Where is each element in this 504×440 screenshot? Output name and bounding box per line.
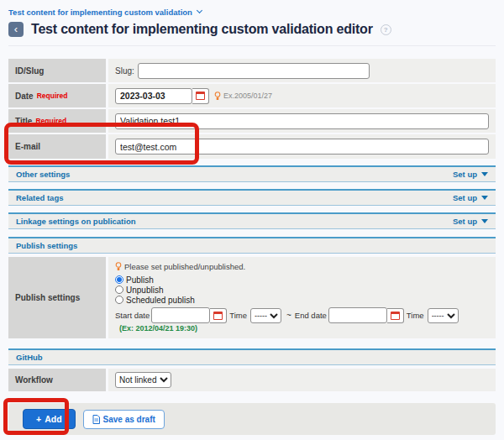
footer-action-bar: + Add Save as draft (8, 403, 496, 435)
end-time-select[interactable]: ----- (428, 308, 459, 323)
start-date-label: Start date (115, 311, 150, 320)
lightbulb-icon (214, 92, 221, 101)
required-badge: Required (35, 117, 66, 125)
publish-radio-input[interactable] (115, 275, 123, 284)
title-row: Title Required (8, 109, 496, 133)
publish-settings-label: Publish settings (8, 257, 106, 338)
page-title: Test content for implementing custom val… (31, 22, 373, 37)
workflow-field-cell: Not linked (108, 369, 496, 391)
chevron-down-icon[interactable] (197, 8, 202, 13)
add-button[interactable]: + Add (23, 409, 76, 429)
setup-toggle[interactable]: Set up (453, 193, 488, 202)
setup-toggle[interactable]: Set up (453, 217, 488, 226)
email-label: E-mail (8, 134, 106, 159)
publish-settings-cell: Please set published/unpublished. Publis… (108, 257, 496, 338)
setup-toggle[interactable]: Set up (453, 170, 488, 179)
scheduled-publish-radio-input[interactable] (115, 296, 123, 304)
start-time-select[interactable]: ----- (250, 308, 281, 323)
end-date-calendar-button[interactable] (387, 308, 404, 323)
breadcrumb-link[interactable]: Test content for implementing custom val… (8, 8, 192, 17)
start-time-label: Time (229, 311, 247, 320)
end-date-input[interactable] (328, 307, 387, 323)
section-publish-settings-heading: Publish settings (8, 237, 496, 254)
email-input[interactable] (115, 139, 489, 155)
date-input[interactable] (115, 88, 192, 104)
document-icon (92, 415, 100, 424)
caret-down-icon (481, 196, 488, 200)
lightbulb-icon (115, 262, 122, 271)
caret-down-icon (481, 219, 488, 223)
slug-input[interactable] (138, 63, 370, 79)
date-example-text: Ex.2005/01/27 (223, 92, 272, 100)
title-input[interactable] (115, 113, 489, 129)
workflow-select[interactable]: Not linked (115, 372, 171, 388)
plus-icon: + (36, 414, 41, 424)
date-row: Date Required Ex.2005/01/27 (8, 84, 496, 107)
title-field-cell (108, 109, 496, 133)
radio-publish[interactable]: Publish (115, 275, 489, 285)
date-label: Date Required (8, 84, 106, 107)
section-github-heading: GitHub (8, 348, 496, 365)
schedule-controls: Start date Time ----- ~ End date Time --… (115, 307, 489, 333)
end-date-label: End date (295, 311, 327, 320)
schedule-example-text: (Ex: 2012/04/21 19:30) (119, 324, 489, 333)
title-label: Title Required (8, 109, 106, 133)
range-separator: ~ (286, 311, 291, 320)
slug-field-cell: Slug: (108, 59, 496, 82)
entry-editor-screen: Test content for implementing custom val… (0, 0, 504, 440)
section-related-tags[interactable]: Related tags Set up (8, 189, 496, 206)
back-button[interactable]: ‹ (8, 22, 24, 37)
unpublish-radio-input[interactable] (115, 285, 123, 294)
radio-unpublish[interactable]: Unpublish (115, 285, 489, 295)
section-linkage-settings[interactable]: Linkage settings on publication Set up (8, 212, 496, 229)
end-time-label: Time (407, 311, 424, 320)
email-row: E-mail (8, 134, 496, 159)
entry-form: ID/Slug Slug: Date Required Ex.2005/01/2… (8, 59, 496, 159)
publish-settings-row: Publish settings Please set published/un… (8, 257, 496, 338)
save-as-draft-button[interactable]: Save as draft (83, 410, 165, 429)
section-other-settings[interactable]: Other settings Set up (8, 165, 496, 182)
workflow-row: Workflow Not linked (8, 369, 496, 391)
breadcrumb: Test content for implementing custom val… (8, 7, 496, 17)
help-icon[interactable]: ? (381, 24, 391, 35)
required-badge: Required (37, 92, 68, 100)
header-divider (8, 45, 496, 46)
start-date-input[interactable] (151, 307, 210, 323)
start-date-calendar-button[interactable] (210, 308, 227, 323)
calendar-icon (213, 312, 223, 320)
radio-scheduled-publish[interactable]: Scheduled publish (115, 295, 489, 305)
slug-row: ID/Slug Slug: (8, 59, 496, 82)
page-header: ‹ Test content for implementing custom v… (8, 21, 496, 38)
caret-down-icon (481, 172, 488, 176)
calendar-icon (196, 92, 205, 100)
date-calendar-button[interactable] (192, 88, 209, 104)
workflow-label: Workflow (8, 369, 106, 391)
date-field-cell: Ex.2005/01/27 (108, 84, 496, 107)
publish-hint: Please set published/unpublished. (115, 262, 489, 271)
email-field-cell (108, 134, 496, 159)
slug-prefix-label: Slug: (115, 66, 134, 76)
slug-label: ID/Slug (8, 59, 106, 82)
calendar-icon (391, 312, 400, 320)
